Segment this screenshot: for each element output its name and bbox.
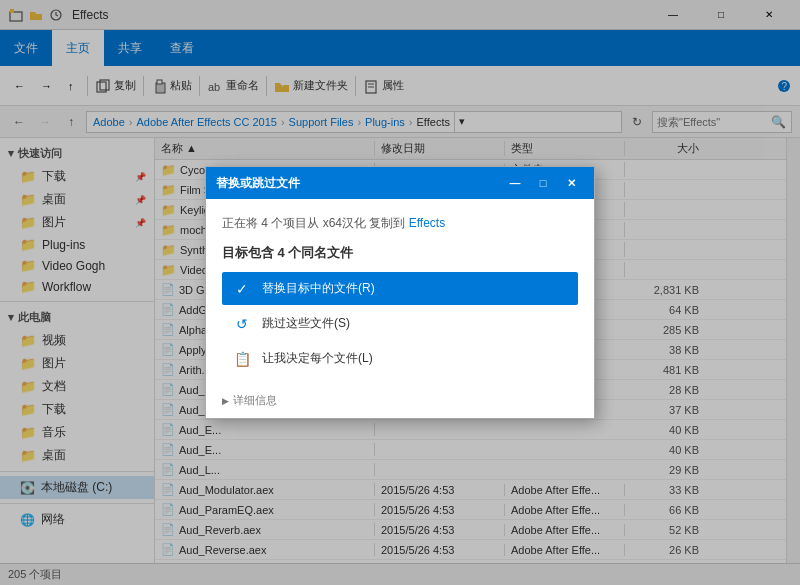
dialog-content: 正在将 4 个项目从 x64汉化 复制到 Effects 目标包含 4 个同名文… bbox=[206, 199, 594, 385]
info-target: Effects bbox=[409, 216, 445, 230]
details-toggle[interactable]: ▶ 详细信息 bbox=[222, 393, 277, 408]
details-label: 详细信息 bbox=[233, 393, 277, 408]
dialog-titlebar-buttons: — □ ✕ bbox=[502, 170, 584, 196]
dialog-titlebar: 替换或跳过文件 — □ ✕ bbox=[206, 167, 594, 199]
dialog-option-skip[interactable]: ↺ 跳过这些文件(S) bbox=[222, 307, 578, 340]
dialog-minimize-button[interactable]: — bbox=[502, 170, 528, 196]
chevron-right-icon: ▶ bbox=[222, 396, 229, 406]
skip-icon: ↺ bbox=[232, 316, 252, 332]
dialog-option-label: 让我决定每个文件(L) bbox=[262, 350, 373, 367]
dialog-maximize-button[interactable]: □ bbox=[530, 170, 556, 196]
dialog-option-label: 跳过这些文件(S) bbox=[262, 315, 350, 332]
dialog-option-replace[interactable]: ✓ 替换目标中的文件(R) bbox=[222, 272, 578, 305]
decide-icon: 📋 bbox=[232, 351, 252, 367]
info-prefix: 正在将 4 个项目从 bbox=[222, 216, 323, 230]
dialog-title: 替换或跳过文件 bbox=[216, 175, 502, 192]
dialog-option-decide[interactable]: 📋 让我决定每个文件(L) bbox=[222, 342, 578, 375]
dialog-close-button[interactable]: ✕ bbox=[558, 170, 584, 196]
dialog-subtitle: 目标包含 4 个同名文件 bbox=[222, 244, 578, 262]
dialog-overlay: 替换或跳过文件 — □ ✕ 正在将 4 个项目从 x64汉化 复制到 Effec… bbox=[0, 0, 800, 585]
info-middle: 复制到 bbox=[366, 216, 409, 230]
dialog-footer: ▶ 详细信息 bbox=[206, 385, 594, 418]
copy-dialog: 替换或跳过文件 — □ ✕ 正在将 4 个项目从 x64汉化 复制到 Effec… bbox=[205, 166, 595, 419]
check-icon: ✓ bbox=[232, 281, 252, 297]
dialog-info-text: 正在将 4 个项目从 x64汉化 复制到 Effects bbox=[222, 215, 578, 232]
dialog-option-label: 替换目标中的文件(R) bbox=[262, 280, 375, 297]
info-source: x64汉化 bbox=[323, 216, 366, 230]
